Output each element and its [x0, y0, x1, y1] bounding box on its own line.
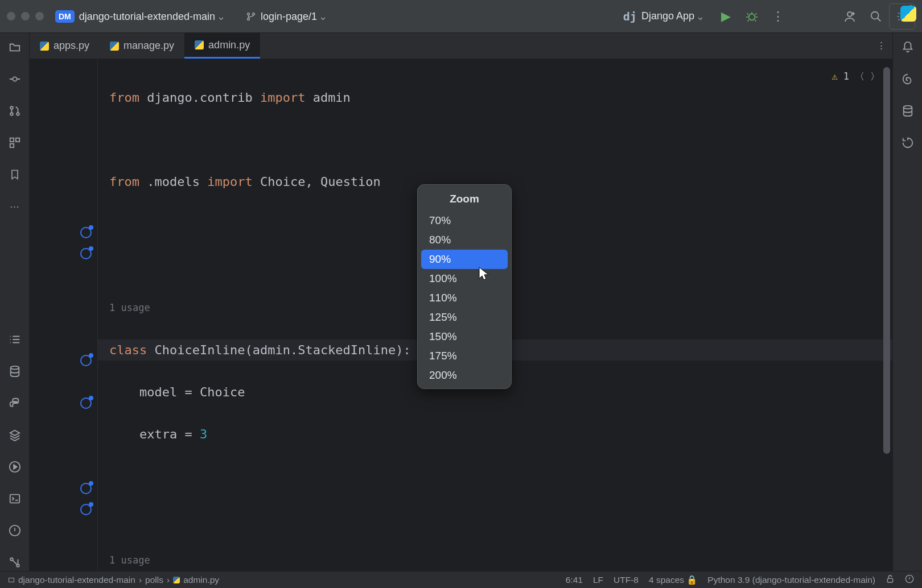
- editor-tabs: apps.py manage.py admin.py ⋮: [30, 33, 892, 59]
- folder-icon: [8, 577, 15, 583]
- python-file-icon: [110, 42, 119, 51]
- svg-rect-13: [10, 144, 13, 147]
- vcs-tool-button[interactable]: [6, 554, 23, 571]
- search-everywhere-button[interactable]: [863, 3, 889, 30]
- structure-tool-button[interactable]: [6, 134, 23, 151]
- play-circle-icon: [9, 461, 21, 473]
- tab-label: manage.py: [124, 40, 174, 52]
- python-interpreter[interactable]: Python 3.9 (django-tutorial-extended-mai…: [707, 575, 875, 585]
- endpoints-tool-button[interactable]: [899, 134, 916, 151]
- code-with-me-button[interactable]: [837, 3, 863, 30]
- database-tool-button[interactable]: [6, 363, 23, 380]
- bookmarks-tool-button[interactable]: [6, 166, 23, 183]
- notifications-tool-button[interactable]: [899, 39, 916, 56]
- tab-manage[interactable]: manage.py: [100, 33, 184, 59]
- spiral-icon: [902, 73, 914, 85]
- svg-point-5: [871, 11, 879, 19]
- project-tool-button[interactable]: [6, 39, 23, 56]
- file-encoding[interactable]: UTF-8: [614, 575, 639, 585]
- svg-point-9: [10, 113, 13, 115]
- window-controls[interactable]: [7, 12, 44, 20]
- svg-rect-22: [887, 578, 892, 582]
- breadcrumb[interactable]: django-tutorial-extended-main › polls › …: [8, 575, 219, 585]
- titlebar: DM django-tutorial-extended-main login-p…: [0, 0, 922, 33]
- status-bar: django-tutorial-extended-main › polls › …: [0, 571, 922, 588]
- tab-more-button[interactable]: ⋮: [870, 33, 892, 59]
- svg-point-18: [10, 558, 13, 561]
- svg-point-20: [903, 106, 912, 109]
- indent-settings[interactable]: 4 spaces 🔒: [649, 575, 697, 585]
- database-right-tool-button[interactable]: [899, 102, 916, 119]
- more-actions-button[interactable]: ⋮: [765, 3, 791, 30]
- svg-rect-11: [10, 138, 13, 142]
- ai-assistant-tool-button[interactable]: [899, 71, 916, 88]
- zoom-option[interactable]: 100%: [421, 269, 508, 288]
- lock-open-icon: [886, 574, 895, 583]
- zoom-option[interactable]: 175%: [421, 346, 508, 366]
- gutter-mark-icon[interactable]: [80, 397, 92, 409]
- debug-button[interactable]: [739, 3, 765, 30]
- run-config-selector[interactable]: dj Django App: [623, 10, 705, 23]
- python-console-tool-button[interactable]: [6, 395, 23, 412]
- warning-count: 1: [843, 66, 849, 87]
- services-tool-button[interactable]: [6, 426, 23, 444]
- svg-rect-16: [10, 495, 19, 503]
- caret-position[interactable]: 6:41: [566, 575, 583, 585]
- readonly-toggle[interactable]: [886, 574, 895, 586]
- tab-apps[interactable]: apps.py: [30, 33, 100, 59]
- zoom-option[interactable]: 90%: [421, 250, 508, 269]
- editor-scrollbar[interactable]: [883, 67, 890, 454]
- editor-gutter[interactable]: [30, 59, 98, 571]
- svg-rect-21: [9, 578, 14, 582]
- structure-icon: [9, 136, 21, 149]
- python-file-icon: [173, 577, 180, 583]
- status-problems[interactable]: [905, 574, 914, 586]
- gutter-mark-icon[interactable]: [80, 483, 92, 494]
- project-selector[interactable]: django-tutorial-extended-main: [79, 10, 225, 23]
- svg-point-7: [13, 77, 17, 81]
- zoom-option[interactable]: 70%: [421, 211, 508, 230]
- terminal-tool-button[interactable]: [6, 490, 23, 507]
- zoom-option[interactable]: 200%: [421, 366, 508, 385]
- gutter-mark-icon[interactable]: [80, 355, 92, 366]
- run-tool-button[interactable]: [6, 458, 23, 475]
- zoom-popup-title: Zoom: [421, 188, 508, 211]
- list-icon: [9, 333, 21, 346]
- svg-point-14: [10, 366, 19, 370]
- zoom-option[interactable]: 80%: [421, 230, 508, 250]
- inspection-widget[interactable]: ⚠ 1 〈 〉: [832, 66, 880, 87]
- layers-icon: [9, 429, 21, 441]
- bug-icon: [746, 10, 758, 23]
- search-icon: [870, 10, 882, 23]
- gutter-mark-icon[interactable]: [80, 248, 92, 259]
- database-icon: [9, 365, 21, 378]
- todo-tool-button[interactable]: [6, 331, 23, 348]
- warning-circle-icon: [905, 574, 914, 583]
- avatar-icon: [843, 10, 857, 23]
- run-config-label: Django App: [641, 10, 694, 22]
- usage-hint[interactable]: 1 usage: [98, 550, 892, 571]
- zoom-option[interactable]: 110%: [421, 288, 508, 308]
- gutter-mark-icon[interactable]: [80, 227, 92, 238]
- svg-point-1: [248, 18, 250, 20]
- warning-circle-icon: [9, 524, 21, 537]
- more-tools-button[interactable]: ⋯: [6, 198, 23, 215]
- right-tool-rail: [892, 33, 922, 571]
- bell-icon: [902, 41, 914, 53]
- run-button[interactable]: ▶: [713, 3, 739, 30]
- next-highlight-button[interactable]: 〉: [870, 66, 880, 87]
- tab-admin[interactable]: admin.py: [184, 33, 260, 59]
- problems-tool-button[interactable]: [6, 522, 23, 539]
- line-separator[interactable]: LF: [593, 575, 603, 585]
- gutter-mark-icon[interactable]: [80, 504, 92, 515]
- prev-highlight-button[interactable]: 〈: [855, 66, 865, 87]
- zoom-option[interactable]: 150%: [421, 327, 508, 346]
- svg-point-4: [847, 12, 852, 16]
- pull-requests-tool-button[interactable]: [6, 102, 23, 119]
- zoom-option[interactable]: 125%: [421, 308, 508, 327]
- zoom-popup: Zoom 70%80%90%100%110%125%150%175%200%: [417, 184, 512, 389]
- svg-point-3: [749, 14, 755, 20]
- commit-tool-button[interactable]: [6, 71, 23, 88]
- django-icon: dj: [623, 10, 637, 23]
- git-branch-selector[interactable]: login-page/1: [246, 10, 327, 23]
